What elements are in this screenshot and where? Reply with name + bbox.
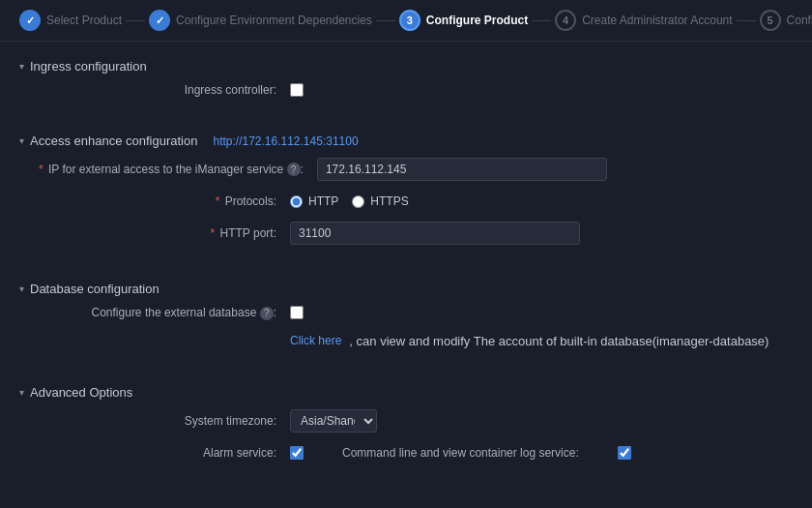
ip-help-icon[interactable]: ?	[287, 163, 301, 176]
port-required-star: *	[211, 226, 216, 240]
timezone-label: System timezone:	[39, 414, 290, 428]
db-link-value: Click here , can view and modify The acc…	[290, 334, 793, 348]
configure-db-value	[290, 306, 793, 319]
configure-db-label: Configure the external database ?:	[39, 306, 290, 320]
step-4: 4 Create Administrator Account	[555, 10, 732, 31]
ingress-controller-label: Ingress controller:	[39, 83, 290, 97]
step-4-circle: 4	[555, 10, 576, 31]
ingress-chevron-icon: ▾	[19, 61, 24, 72]
step-1-circle: ✓	[19, 10, 41, 31]
https-radio[interactable]	[352, 195, 364, 208]
timezone-select[interactable]: Asia/Shanghai	[290, 409, 377, 433]
http-port-input[interactable]	[290, 222, 580, 245]
advanced-section-header[interactable]: ▾ Advanced Options	[19, 377, 793, 403]
step-separator-3	[532, 20, 551, 21]
db-help-icon[interactable]: ?	[260, 307, 274, 320]
ingress-section-header[interactable]: ▾ Ingress configuration	[19, 51, 793, 77]
timezone-row: System timezone: Asia/Shanghai	[39, 409, 793, 433]
protocols-value: HTTP HTTPS	[290, 194, 793, 208]
database-section-header[interactable]: ▾ Database configuration	[19, 274, 793, 300]
protocols-row: * Protocols: HTTP HTTPS	[39, 194, 793, 208]
step-separator-2	[376, 20, 395, 21]
database-section: ▾ Database configuration Configure the e…	[19, 274, 793, 368]
access-chevron-icon: ▾	[19, 135, 24, 146]
timezone-value: Asia/Shanghai	[290, 409, 793, 433]
step-3-circle: 3	[399, 10, 420, 31]
ingress-section: ▾ Ingress configuration Ingress controll…	[19, 51, 793, 116]
https-radio-label[interactable]: HTTPS	[352, 194, 408, 208]
access-section-body: * IP for external access to the iManager…	[19, 152, 793, 264]
command-label: Command line and view container log serv…	[342, 446, 579, 460]
protocols-required-star: *	[216, 194, 220, 208]
http-radio-label[interactable]: HTTP	[290, 194, 338, 208]
ip-row: * IP for external access to the iManager…	[39, 158, 793, 181]
database-chevron-icon: ▾	[19, 284, 24, 294]
alarm-label: Alarm service:	[39, 446, 290, 460]
protocols-radio-group: HTTP HTTPS	[290, 194, 409, 208]
ip-value	[317, 158, 793, 181]
step-3-label: Configure Product	[426, 14, 528, 27]
ip-required-star: *	[39, 163, 44, 176]
alarm-value: Command line and view container log serv…	[290, 446, 793, 460]
configure-db-checkbox[interactable]	[290, 306, 304, 319]
step-separator-4	[737, 20, 756, 21]
access-section-label: Access enhance configuration	[30, 134, 197, 148]
db-click-here-link[interactable]: Click here	[290, 334, 341, 347]
step-5: 5 Confirm Deployment	[760, 10, 812, 31]
command-checkbox[interactable]	[618, 446, 631, 460]
ip-label: * IP for external access to the iManager…	[39, 163, 317, 177]
step-5-circle: 5	[760, 10, 781, 31]
http-port-value	[290, 222, 793, 245]
alarm-checkbox[interactable]	[290, 446, 304, 460]
step-5-label: Confirm Deployment	[787, 14, 812, 27]
access-section-header[interactable]: ▾ Access enhance configuration http://17…	[19, 126, 793, 152]
advanced-section-label: Advanced Options	[30, 385, 132, 400]
http-radio[interactable]	[290, 195, 303, 208]
step-2-label: Configure Environment Dependencies	[176, 14, 372, 27]
protocols-label: * Protocols:	[39, 194, 290, 208]
ingress-controller-checkbox[interactable]	[290, 83, 304, 97]
access-section: ▾ Access enhance configuration http://17…	[19, 126, 793, 264]
access-section-link[interactable]: http://172.16.112.145:31100	[213, 134, 358, 148]
main-content: ▾ Ingress configuration Ingress controll…	[0, 42, 812, 498]
advanced-section-body: System timezone: Asia/Shanghai Alarm ser…	[19, 403, 793, 479]
advanced-section: ▾ Advanced Options System timezone: Asia…	[19, 377, 793, 479]
ingress-controller-row: Ingress controller:	[39, 83, 793, 97]
step-1-label: Select Product	[46, 14, 122, 27]
step-4-label: Create Administrator Account	[582, 14, 732, 27]
step-3: 3 Configure Product	[399, 10, 528, 31]
step-1: ✓ Select Product	[19, 10, 122, 31]
http-port-label: * HTTP port:	[39, 226, 290, 240]
http-port-row: * HTTP port:	[39, 222, 793, 245]
stepper: ✓ Select Product ✓ Configure Environment…	[0, 0, 812, 42]
ingress-section-label: Ingress configuration	[30, 59, 147, 74]
ip-input[interactable]	[317, 158, 607, 181]
configure-db-row: Configure the external database ?:	[39, 306, 793, 320]
step-2: ✓ Configure Environment Dependencies	[149, 10, 372, 31]
database-section-body: Configure the external database ?: Click…	[19, 300, 793, 368]
step-2-circle: ✓	[149, 10, 170, 31]
ingress-controller-value	[290, 83, 793, 97]
db-link-row: Click here , can view and modify The acc…	[39, 334, 793, 348]
ingress-section-body: Ingress controller:	[19, 77, 793, 116]
advanced-chevron-icon: ▾	[19, 387, 24, 398]
db-link-suffix: , can view and modify The account of bui…	[349, 334, 768, 348]
step-separator-1	[126, 20, 145, 21]
alarm-command-row: Alarm service: Command line and view con…	[39, 446, 793, 460]
database-section-label: Database configuration	[30, 282, 160, 296]
